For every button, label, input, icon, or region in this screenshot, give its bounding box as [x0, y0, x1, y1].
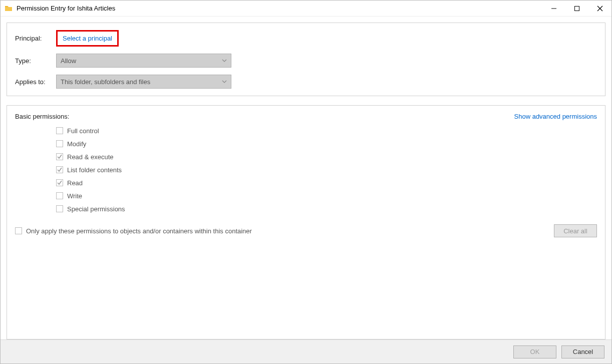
type-dropdown-value: Allow — [61, 57, 76, 65]
window-controls — [542, 1, 611, 17]
only-apply-checkbox[interactable] — [15, 227, 22, 234]
permission-label: Full control — [67, 127, 99, 135]
chevron-down-icon — [222, 78, 227, 86]
permission-checkbox[interactable] — [56, 192, 63, 199]
permission-item: List folder contents — [56, 163, 597, 176]
titlebar: Permission Entry for Ishita Articles — [1, 1, 611, 17]
select-principal-link[interactable]: Select a principal — [58, 32, 117, 45]
applies-to-dropdown[interactable]: This folder, subfolders and files — [56, 75, 231, 89]
show-advanced-link[interactable]: Show advanced permissions — [514, 113, 597, 120]
permission-label: Write — [67, 192, 82, 200]
permission-checkbox[interactable] — [56, 179, 63, 186]
permissions-panel: Basic permissions: Show advanced permiss… — [7, 105, 605, 339]
permission-checkbox[interactable] — [56, 166, 63, 173]
window-title: Permission Entry for Ishita Articles — [17, 5, 542, 12]
permission-item: Modify — [56, 137, 597, 150]
applies-to-dropdown-value: This folder, subfolders and files — [61, 78, 150, 86]
principal-label: Principal: — [15, 35, 56, 42]
permission-label: List folder contents — [67, 166, 122, 174]
dialog-footer: OK Cancel — [1, 339, 611, 363]
permission-item: Special permissions — [56, 202, 597, 215]
only-apply-label: Only apply these permissions to objects … — [26, 227, 252, 235]
clear-all-button[interactable]: Clear all — [554, 224, 597, 237]
permission-checkbox[interactable] — [56, 153, 63, 160]
minimize-button[interactable] — [542, 1, 565, 17]
cancel-button[interactable]: Cancel — [561, 345, 604, 358]
ok-button[interactable]: OK — [513, 345, 556, 358]
permission-checkbox[interactable] — [56, 127, 63, 134]
permissions-list: Full controlModifyRead & executeList fol… — [56, 124, 597, 215]
close-button[interactable] — [588, 1, 611, 17]
chevron-down-icon — [222, 57, 227, 65]
permission-label: Modify — [67, 140, 86, 148]
basic-permissions-heading: Basic permissions: — [15, 113, 69, 120]
permission-label: Special permissions — [67, 205, 125, 213]
window: Permission Entry for Ishita Articles Pri… — [0, 0, 612, 364]
applies-to-label: Applies to: — [15, 78, 56, 86]
highlight-annotation: Select a principal — [56, 30, 119, 47]
permission-item: Write — [56, 189, 597, 202]
type-dropdown[interactable]: Allow — [56, 54, 231, 68]
principal-panel: Principal: Select a principal Type: Allo… — [7, 23, 605, 96]
permission-item: Full control — [56, 124, 597, 137]
type-label: Type: — [15, 57, 56, 65]
permission-item: Read — [56, 176, 597, 189]
permission-label: Read & execute — [67, 153, 114, 161]
permission-checkbox[interactable] — [56, 205, 63, 212]
svg-rect-1 — [575, 6, 579, 11]
folder-icon — [5, 5, 13, 13]
permission-label: Read — [67, 179, 83, 187]
maximize-button[interactable] — [565, 1, 588, 17]
content-area: Principal: Select a principal Type: Allo… — [1, 17, 611, 339]
permission-item: Read & execute — [56, 150, 597, 163]
permission-checkbox[interactable] — [56, 140, 63, 147]
